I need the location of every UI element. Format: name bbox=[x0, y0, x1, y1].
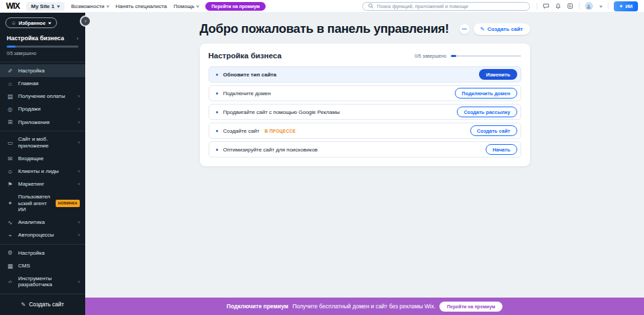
sidebar-item-label: Настройка bbox=[18, 68, 80, 74]
nav-item-help[interactable]: Помощь ∨ bbox=[174, 3, 199, 9]
card-progress-fill bbox=[451, 55, 456, 57]
more-options-button[interactable] bbox=[460, 24, 470, 34]
sidebar-item-label: CMS bbox=[18, 263, 80, 269]
sidebar-item-contacts-leads[interactable]: ☺ Клиенты и лиды bbox=[0, 165, 85, 178]
chat-icon[interactable] bbox=[543, 3, 549, 9]
main-area: Добро пожаловать в панель управления! ✎ … bbox=[85, 13, 644, 315]
sidebar-item-label: Приложения bbox=[18, 119, 73, 126]
sidebar-item-label: Клиенты и лиды bbox=[18, 168, 73, 175]
divider bbox=[0, 244, 85, 245]
favorites-label: Избранное bbox=[19, 20, 46, 26]
sidebar-item-label: Сайт и моб. приложение bbox=[18, 136, 73, 149]
task-label: Оптимизируйте сайт для поисковиков bbox=[223, 147, 318, 153]
site-selector[interactable]: My Site 1 ∨ bbox=[26, 2, 64, 11]
automation-icon: ⌁ bbox=[7, 232, 13, 239]
wix-logo: WIX bbox=[6, 1, 19, 11]
sidebar-item-inbox[interactable]: ✉ Входящие bbox=[0, 152, 85, 165]
gear-icon: ⚙ bbox=[7, 249, 13, 256]
nav-item-label: Помощь bbox=[174, 3, 195, 9]
start-button[interactable]: Начать bbox=[486, 144, 517, 155]
sidebar-item-label: Инструменты разработчика bbox=[18, 275, 73, 288]
ai-assistant-button[interactable]: ✦ ИИ bbox=[614, 1, 638, 11]
header-actions: ✎ Создать сайт bbox=[460, 23, 530, 35]
card-progress: 0/5 завершено bbox=[415, 54, 521, 58]
sidebar-item-apps[interactable]: ⊞ Приложения bbox=[0, 116, 85, 129]
task-label: Создайте сайт bbox=[223, 128, 260, 134]
database-icon: ▦ bbox=[7, 263, 13, 269]
megaphone-icon: ⚑ bbox=[7, 181, 13, 188]
go-premium-button[interactable]: Перейти на премиум bbox=[439, 302, 502, 312]
nav-item-features[interactable]: Возможности ∨ bbox=[71, 3, 109, 9]
divider bbox=[0, 62, 85, 62]
task-update-site-type[interactable]: Обновите тип сайта Изменить bbox=[209, 66, 521, 82]
invoice-icon: ▤ bbox=[7, 93, 13, 100]
sidebar-item-cms[interactable]: ▦ CMS bbox=[0, 259, 85, 272]
card-progress-label: 0/5 завершено bbox=[415, 54, 446, 58]
task-connect-domain[interactable]: Подключите домен Подключить домен bbox=[209, 85, 521, 101]
task-create-site[interactable]: Создайте сайт В ПРОЦЕССЕ Создать сайт bbox=[209, 123, 521, 139]
sidebar-item-settings[interactable]: ⚙ Настройка bbox=[0, 247, 85, 259]
sidebar-item-site-mobile-app[interactable]: ▭ Сайт и моб. приложение bbox=[0, 133, 85, 152]
top-bar-icons: ∨ ✦ ИИ bbox=[537, 1, 638, 11]
home-icon: ⌂ bbox=[7, 80, 13, 87]
setup-progress-label: 0/5 завершено bbox=[7, 51, 78, 56]
chevron-down-icon: ∨ bbox=[56, 4, 60, 8]
search-icon bbox=[368, 3, 374, 9]
sidebar-nav: ✐ Настройка ⌂ Главная ▤ Получение оплаты… bbox=[0, 64, 85, 291]
divider bbox=[579, 3, 580, 9]
sidebar-item-payments[interactable]: ▤ Получение оплаты bbox=[0, 90, 85, 103]
sidebar-item-label: Автопроцессы bbox=[18, 232, 73, 239]
divider bbox=[0, 131, 85, 131]
main-content: Добро пожаловать в панель управления! ✎ … bbox=[200, 13, 530, 166]
updates-icon[interactable] bbox=[567, 3, 574, 9]
search-input[interactable]: Поиск функций, приложений и помощи bbox=[362, 2, 530, 11]
notifications-bell-icon[interactable] bbox=[555, 3, 561, 9]
setup-progress-bar bbox=[7, 46, 78, 48]
sidebar-item-label: Главная bbox=[18, 80, 80, 87]
sidebar-item-home[interactable]: ⌂ Главная bbox=[0, 77, 85, 90]
sidebar-item-automations[interactable]: ⌁ Автопроцессы bbox=[0, 229, 85, 242]
inbox-icon: ✉ bbox=[7, 155, 13, 162]
sidebar-item-sales[interactable]: ◎ Продажи bbox=[0, 103, 85, 116]
sidebar-item-ai-agent[interactable]: ✦ Пользовательский агент ИИ НОВИНКА bbox=[0, 191, 85, 216]
site-selector-label: My Site 1 bbox=[31, 3, 54, 9]
avatar[interactable] bbox=[585, 2, 593, 10]
in-progress-badge: В ПРОЦЕССЕ bbox=[265, 129, 296, 133]
chevron-down-icon: ∨ bbox=[196, 4, 200, 8]
bullet-icon bbox=[216, 92, 218, 94]
task-label: Обновите тип сайта bbox=[223, 72, 276, 78]
create-campaign-button[interactable]: Создать рассылку bbox=[457, 107, 517, 117]
upgrade-premium-button[interactable]: Перейти на премиум bbox=[205, 2, 266, 11]
create-site-task-button[interactable]: Создать сайт bbox=[470, 125, 517, 136]
change-button[interactable]: Изменить bbox=[479, 69, 517, 80]
task-google-ads[interactable]: Продвигайте сайт с помощью Google Реклам… bbox=[209, 104, 521, 120]
sidebar-item-setup[interactable]: ✐ Настройка bbox=[0, 64, 85, 77]
task-seo-optimize[interactable]: Оптимизируйте сайт для поисковиков Начат… bbox=[209, 141, 521, 158]
sidebar-item-marketing[interactable]: ⚑ Маркетинг bbox=[0, 178, 85, 191]
card-header: Настройка бизнеса 0/5 завершено bbox=[209, 52, 521, 60]
setup-progress-fill bbox=[7, 46, 15, 48]
business-setup-link[interactable]: Настройка бизнеса bbox=[7, 35, 78, 42]
bullet-icon bbox=[216, 130, 218, 132]
favorites-dropdown[interactable]: ☆ Избранное bbox=[5, 17, 57, 28]
page-header: Добро пожаловать в панель управления! ✎ … bbox=[200, 21, 530, 36]
chevron-down-icon[interactable]: ∨ bbox=[599, 4, 603, 8]
connect-domain-button[interactable]: Подключить домен bbox=[455, 88, 517, 99]
nav-item-hire-specialist[interactable]: Нанять специалиста bbox=[115, 3, 166, 9]
sidebar-collapse-button[interactable]: ‹ bbox=[81, 17, 90, 25]
business-setup-card: Настройка бизнеса 0/5 завершено Обновите… bbox=[200, 44, 530, 166]
task-label: Подключите домен bbox=[223, 90, 271, 97]
create-site-button[interactable]: ✎ Создать сайт bbox=[474, 23, 530, 35]
sidebar-item-label: Входящие bbox=[18, 155, 80, 162]
sidebar-item-analytics[interactable]: ∿ Аналитика bbox=[0, 216, 85, 229]
create-site-label: Создать сайт bbox=[29, 301, 64, 308]
person-icon: ☺ bbox=[7, 168, 13, 175]
pencil-icon: ✎ bbox=[480, 26, 485, 32]
divider bbox=[608, 3, 608, 9]
card-progress-bar bbox=[451, 55, 521, 57]
page-title: Добро пожаловать в панель управления! bbox=[200, 21, 449, 36]
sidebar-create-site-button[interactable]: ✎ Создать сайт bbox=[0, 294, 85, 315]
nav-item-label: Нанять специалиста bbox=[115, 3, 166, 9]
sidebar-item-label: Настройка bbox=[18, 250, 80, 257]
sidebar-item-dev-tools[interactable]: ‹/› Инструменты разработчика bbox=[0, 272, 85, 291]
